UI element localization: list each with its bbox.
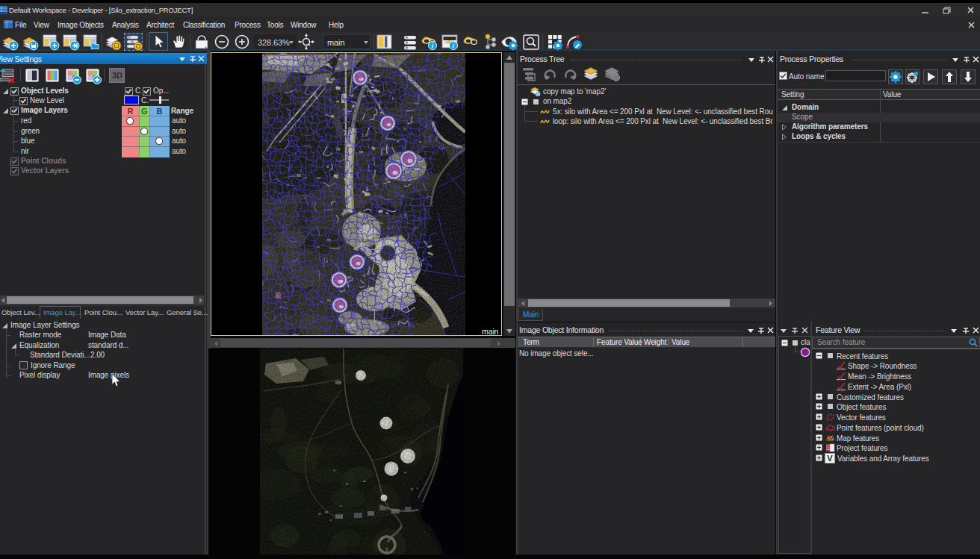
- svg-text:V: V: [827, 454, 833, 463]
- svg-text:2: 2: [530, 75, 533, 81]
